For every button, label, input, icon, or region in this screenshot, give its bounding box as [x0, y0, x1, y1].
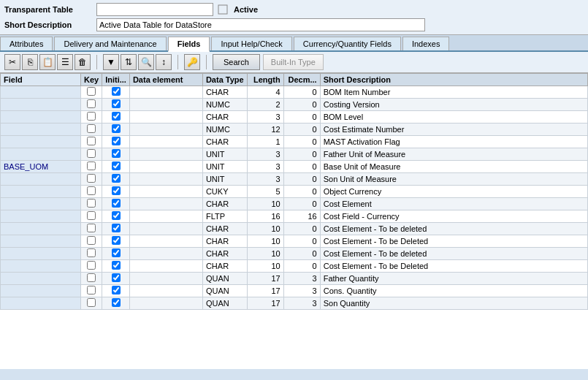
cell-field[interactable]: [1, 136, 81, 148]
cell-key[interactable]: [81, 223, 102, 235]
cell-data-element[interactable]: [129, 186, 202, 198]
cell-key[interactable]: [81, 273, 102, 285]
sort-button[interactable]: ⇅: [121, 54, 137, 70]
cell-inti[interactable]: [102, 111, 130, 123]
insert-button[interactable]: ☰: [57, 54, 73, 70]
move-button[interactable]: ↕: [156, 54, 172, 70]
cell-data-element[interactable]: [129, 273, 202, 285]
short-desc-input[interactable]: [96, 18, 425, 31]
cell-length: 17: [247, 285, 283, 297]
cell-data-element[interactable]: [129, 136, 202, 148]
cell-inti[interactable]: [102, 173, 130, 186]
builtin-button[interactable]: Built-In Type: [263, 54, 324, 70]
cell-key[interactable]: [81, 198, 102, 210]
cell-data-element[interactable]: [129, 223, 202, 235]
cell-key[interactable]: [81, 285, 102, 297]
find-button[interactable]: 🔍: [138, 54, 154, 70]
cell-inti[interactable]: [102, 148, 130, 161]
cell-field[interactable]: [1, 273, 81, 285]
cell-key[interactable]: [81, 148, 102, 161]
cell-key[interactable]: [81, 297, 102, 310]
cell-inti[interactable]: [102, 186, 130, 198]
cell-data-element[interactable]: [129, 210, 202, 223]
cell-data-element[interactable]: [129, 198, 202, 210]
tab-delivery[interactable]: Delivery and Maintenance: [54, 37, 166, 50]
delete-button[interactable]: 🗑: [75, 54, 91, 70]
cell-inti[interactable]: [102, 248, 130, 260]
cell-key[interactable]: [81, 123, 102, 136]
cell-key[interactable]: [81, 136, 102, 148]
cell-key[interactable]: [81, 99, 102, 111]
cell-field[interactable]: [1, 198, 81, 210]
cell-field[interactable]: [1, 186, 81, 198]
table-row: CUKY50Object Currency: [1, 186, 588, 198]
status-icon: [218, 4, 228, 15]
cell-key[interactable]: [81, 260, 102, 273]
cell-inti[interactable]: [102, 99, 130, 111]
cell-field[interactable]: [1, 260, 81, 273]
cell-inti[interactable]: [102, 161, 130, 173]
cell-data-element[interactable]: [129, 99, 202, 111]
cell-inti[interactable]: [102, 235, 130, 248]
table-label: Transparent Table: [4, 5, 92, 14]
table-input[interactable]: [96, 3, 213, 16]
cell-inti[interactable]: [102, 273, 130, 285]
cell-key[interactable]: [81, 161, 102, 173]
cell-field[interactable]: [1, 235, 81, 248]
cell-key[interactable]: [81, 173, 102, 186]
cell-inti[interactable]: [102, 210, 130, 223]
cell-data-element[interactable]: [129, 173, 202, 186]
cell-data-element[interactable]: [129, 235, 202, 248]
cell-data-element[interactable]: [129, 285, 202, 297]
cell-inti[interactable]: [102, 198, 130, 210]
cell-inti[interactable]: [102, 136, 130, 148]
copy-button[interactable]: ⎘: [22, 54, 38, 70]
tab-currency[interactable]: Currency/Quantity Fields: [294, 37, 401, 50]
cell-field[interactable]: [1, 86, 81, 99]
cell-field[interactable]: [1, 123, 81, 136]
cell-field[interactable]: [1, 148, 81, 161]
cell-inti[interactable]: [102, 86, 130, 99]
cell-data-element[interactable]: [129, 148, 202, 161]
tab-fields[interactable]: Fields: [168, 37, 210, 52]
cell-inti[interactable]: [102, 285, 130, 297]
cell-data-element[interactable]: [129, 248, 202, 260]
tab-indexes[interactable]: Indexes: [402, 37, 450, 50]
cell-data-element[interactable]: [129, 111, 202, 123]
cell-shortdesc: Father Quantity: [320, 273, 587, 285]
sep-3: [206, 55, 207, 69]
cell-field[interactable]: [1, 210, 81, 223]
cell-data-element[interactable]: [129, 161, 202, 173]
cell-inti[interactable]: [102, 297, 130, 310]
cell-inti[interactable]: [102, 123, 130, 136]
cell-key[interactable]: [81, 186, 102, 198]
cell-field[interactable]: [1, 173, 81, 186]
cut-button[interactable]: ✂: [4, 54, 20, 70]
cell-dtype: FLTP: [202, 210, 247, 223]
cell-data-element[interactable]: [129, 297, 202, 310]
tab-attributes[interactable]: Attributes: [0, 37, 53, 50]
cell-key[interactable]: [81, 86, 102, 99]
cell-key[interactable]: [81, 111, 102, 123]
key-button[interactable]: 🔑: [184, 54, 200, 70]
cell-inti[interactable]: [102, 260, 130, 273]
cell-decm: 0: [283, 161, 320, 173]
cell-field[interactable]: [1, 111, 81, 123]
cell-field[interactable]: [1, 99, 81, 111]
cell-field[interactable]: [1, 297, 81, 310]
cell-inti[interactable]: [102, 223, 130, 235]
tab-input-help[interactable]: Input Help/Check: [211, 37, 291, 50]
cell-key[interactable]: [81, 235, 102, 248]
cell-field[interactable]: [1, 223, 81, 235]
cell-data-element[interactable]: [129, 260, 202, 273]
cell-data-element[interactable]: [129, 123, 202, 136]
cell-field[interactable]: [1, 248, 81, 260]
cell-field[interactable]: [1, 285, 81, 297]
cell-field[interactable]: BASE_UOM: [1, 161, 81, 173]
cell-data-element[interactable]: [129, 86, 202, 99]
search-button[interactable]: Search: [213, 54, 260, 70]
filter-button[interactable]: ▼: [103, 54, 119, 70]
cell-key[interactable]: [81, 210, 102, 223]
cell-key[interactable]: [81, 248, 102, 260]
paste-button[interactable]: 📋: [39, 54, 56, 70]
